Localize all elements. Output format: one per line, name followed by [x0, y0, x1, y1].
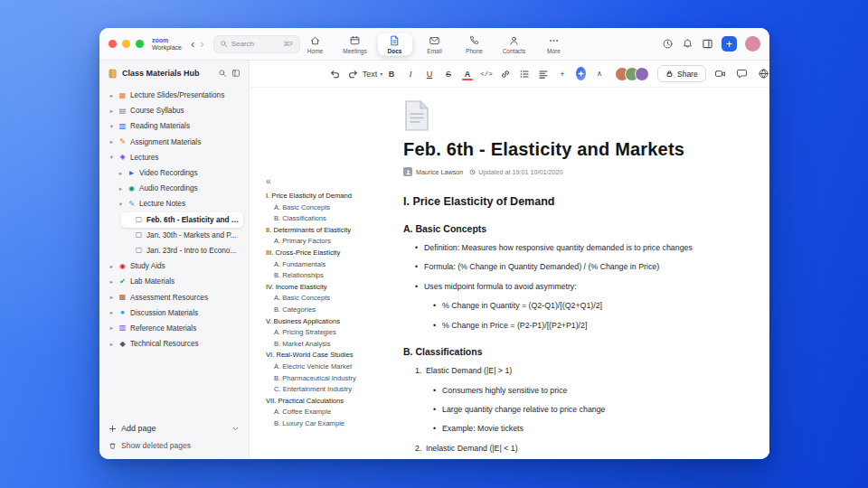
sidebar-item[interactable]: ▸ ✎ Assignment Materials	[105, 135, 243, 150]
sidebar-item[interactable]: ▸ ▥ Reference Materials	[105, 321, 243, 336]
comment-icon[interactable]	[736, 68, 748, 80]
sidebar-item[interactable]: ▸ ► Video Recordings	[114, 165, 243, 181]
code-button[interactable]: </>	[481, 70, 492, 78]
bold-button[interactable]: B	[386, 70, 397, 79]
new-button[interactable]: +	[722, 36, 737, 52]
tab-contacts[interactable]: Contacts	[497, 33, 532, 55]
globe-icon[interactable]	[758, 68, 769, 80]
toc-item[interactable]: B. Market Analysis	[266, 339, 403, 351]
toc-item[interactable]: III. Cross-Price Elasticity	[266, 248, 403, 259]
share-button[interactable]: Share	[657, 65, 706, 82]
tab-email[interactable]: Email	[418, 33, 452, 55]
redo-button[interactable]	[348, 69, 359, 80]
toc-item[interactable]: V. Business Applications	[266, 316, 403, 328]
text-style-dropdown[interactable]: Text▾	[367, 70, 378, 79]
strikethrough-button[interactable]: S	[443, 70, 454, 79]
sidebar-item-label: Jan. 23rd - Intro to Econo...	[146, 247, 240, 255]
chevron-down-icon[interactable]	[231, 425, 240, 433]
video-icon[interactable]	[714, 68, 726, 80]
sidebar-item[interactable]: ▸ ◉ Study Aids	[105, 258, 243, 274]
close-window-button[interactable]	[108, 40, 117, 48]
text-color-button[interactable]: A	[462, 70, 473, 79]
sidebar-item[interactable]: ▸ ◆ Technical Resources	[105, 336, 243, 352]
sidebar-item[interactable]: ▸ ✔ Lab Materials	[105, 274, 243, 289]
toc-item[interactable]: B. Relationships	[266, 270, 403, 282]
undo-button[interactable]	[329, 69, 340, 80]
ai-companion-button[interactable]	[576, 67, 586, 80]
insert-button[interactable]: +	[557, 70, 568, 79]
tab-more[interactable]: More	[537, 33, 571, 55]
toc-item[interactable]: A. Basic Concepts	[266, 293, 403, 305]
forward-button[interactable]: ›	[200, 38, 203, 50]
chevron-icon[interactable]: ▾	[118, 201, 124, 208]
sidebar-search-icon[interactable]	[218, 69, 227, 78]
tab-icon	[349, 34, 361, 46]
document-title[interactable]: Feb. 6th - Elasticity and Markets	[403, 139, 731, 160]
sidebar-item[interactable]: ▢ Jan. 30th - Markets and P...	[121, 228, 243, 243]
underline-button[interactable]: U	[424, 70, 435, 79]
minimize-window-button[interactable]	[122, 40, 130, 48]
sidebar-item[interactable]: ▸ ▦ Assessment Resources	[105, 289, 243, 305]
sidebar-item[interactable]: ▢ Feb. 6th - Elasticity and M...	[121, 212, 243, 228]
user-avatar[interactable]	[745, 36, 760, 52]
sidebar-item[interactable]: ▸ ● Discussion Materials	[105, 305, 243, 321]
chevron-icon[interactable]: ▸	[108, 324, 115, 332]
toc-item[interactable]: A. Fundamentals	[266, 259, 403, 271]
toc-item[interactable]: A. Coffee Example	[266, 407, 403, 418]
toc-item[interactable]: C. Entertainment Industry	[266, 384, 403, 396]
toc-item[interactable]: A. Pricing Strategies	[266, 327, 403, 339]
sidebar-item[interactable]: ▸ ◉ Audio Recordings	[114, 181, 243, 196]
bullet-list-button[interactable]	[519, 69, 530, 80]
sidebar-item[interactable]: ▸ ▤ Course Syllabus	[105, 103, 243, 118]
sidebar-item[interactable]: ▾ ▥ Reading Materials	[105, 118, 243, 134]
chevron-icon[interactable]: ▸	[108, 294, 115, 301]
chevron-icon[interactable]: ▸	[108, 341, 115, 348]
toc-item[interactable]: A. Primary Factors	[266, 236, 403, 248]
chevron-icon[interactable]: ▾	[108, 123, 115, 130]
chevron-icon[interactable]: ▸	[108, 108, 115, 115]
toc-item[interactable]: A. Basic Concepts	[266, 202, 403, 214]
sidebar-collapse-icon[interactable]	[231, 69, 241, 78]
chevron-icon[interactable]: ▸	[118, 185, 124, 192]
toc-item[interactable]: IV. Income Elasticity	[266, 282, 403, 294]
chevron-icon[interactable]: ▸	[108, 92, 115, 99]
link-button[interactable]	[500, 69, 511, 80]
toc-item[interactable]: B. Pharmaceutical Industry	[266, 373, 403, 385]
show-deleted-button[interactable]: Show deleted pages	[108, 441, 240, 450]
toc-item[interactable]: B. Categories	[266, 305, 403, 316]
add-page-button[interactable]: Add page	[108, 424, 240, 433]
sidebar-item[interactable]: ▾ ✎ Lecture Notes	[114, 196, 243, 211]
toc-item[interactable]: VII. Practical Calculations	[266, 396, 403, 408]
chevron-icon[interactable]: ▾	[108, 154, 115, 161]
back-button[interactable]: ‹	[191, 38, 194, 50]
chevron-icon[interactable]: ▸	[108, 309, 115, 316]
sidebar-item[interactable]: ▾ ◈ Lectures	[105, 150, 243, 165]
toc-item[interactable]: B. Luxury Car Example	[266, 418, 403, 430]
tab-home[interactable]: Home	[298, 33, 333, 55]
maximize-window-button[interactable]	[136, 40, 144, 48]
toc-collapse-button[interactable]: «	[266, 176, 271, 186]
tab-meetings[interactable]: Meetings	[338, 33, 373, 55]
sidebar-item[interactable]: ▢ Jan. 23rd - Intro to Econo...	[121, 243, 243, 258]
toc-item[interactable]: VI. Real-World Case Studies	[266, 350, 403, 361]
chevron-icon[interactable]: ▸	[108, 278, 115, 286]
collapse-toolbar-button[interactable]: ∧	[594, 70, 605, 78]
italic-button[interactable]: I	[405, 70, 416, 79]
sidebar-item[interactable]: ▸ ▦ Lecture Slides/Presentations	[105, 88, 243, 103]
document[interactable]: Feb. 6th - Elasticity and Markets Mauric…	[403, 88, 731, 454]
panel-toggle-icon[interactable]	[702, 38, 713, 50]
history-icon[interactable]	[662, 38, 674, 50]
toc-item[interactable]: I. Price Elasticity of Demand	[266, 191, 403, 202]
chevron-icon[interactable]: ▸	[108, 138, 115, 145]
toc-item[interactable]: A. Electric Vehicle Market	[266, 361, 403, 373]
chevron-icon[interactable]: ▸	[108, 263, 115, 270]
global-search[interactable]: Search ⌘F	[213, 35, 300, 53]
tab-phone[interactable]: Phone	[458, 33, 492, 55]
align-button[interactable]	[538, 69, 549, 80]
chevron-icon[interactable]: ▸	[118, 170, 124, 177]
notifications-icon[interactable]	[682, 38, 693, 50]
collaborator-avatar[interactable]	[635, 67, 649, 81]
toc-item[interactable]: II. Determinants of Elasticity	[266, 225, 403, 237]
tab-docs[interactable]: Docs	[378, 33, 412, 55]
toc-item[interactable]: B. Classifications	[266, 213, 403, 225]
